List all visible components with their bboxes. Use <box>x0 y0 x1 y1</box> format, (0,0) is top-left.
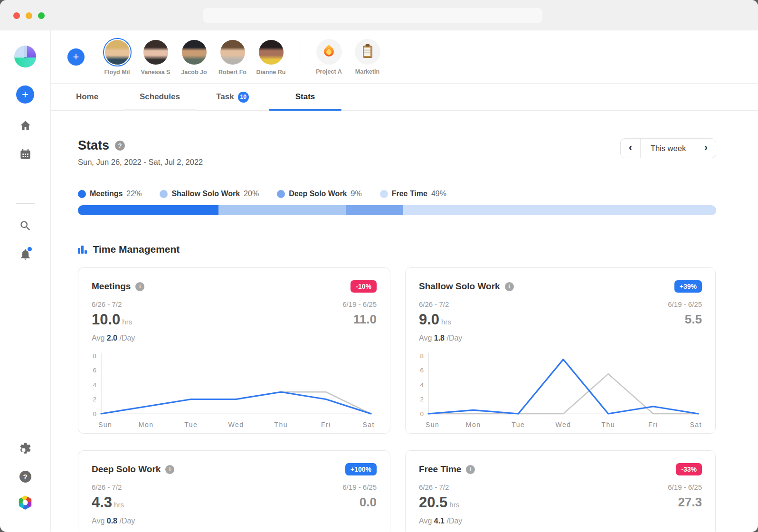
week-label[interactable]: This week <box>640 139 696 158</box>
svg-text:4: 4 <box>420 381 424 389</box>
legend-meetings: Meetings 22% <box>78 190 142 198</box>
tab-stats[interactable]: Stats <box>269 84 341 110</box>
member-vanessa[interactable]: Vanessa S <box>136 38 175 76</box>
info-icon[interactable]: i <box>165 465 174 474</box>
member-floyd[interactable]: Floyd Mil <box>98 38 136 76</box>
info-icon[interactable]: i <box>505 282 514 291</box>
previous-range: 6/19 - 6/25 <box>342 483 377 491</box>
previous-week-button[interactable]: ‹ <box>621 139 640 158</box>
member-robert[interactable]: Robert Fo <box>213 38 252 76</box>
distribution-segment <box>346 205 403 215</box>
project-a[interactable]: Project A <box>310 39 348 75</box>
distribution-segment <box>78 205 218 215</box>
previous-range: 6/19 - 6/25 <box>342 300 377 308</box>
svg-text:4: 4 <box>93 381 96 389</box>
time-distribution-bar <box>78 205 716 215</box>
svg-text:Fri: Fri <box>648 421 658 428</box>
previous-range: 6/19 - 6/25 <box>668 300 702 308</box>
svg-text:2: 2 <box>93 396 96 403</box>
legend-dot <box>78 190 86 198</box>
notifications-bell-icon[interactable] <box>19 247 32 261</box>
change-badge: -10% <box>351 280 377 293</box>
project-marketing[interactable]: Marketin <box>348 39 387 75</box>
settings-gear-icon[interactable] <box>19 441 32 455</box>
legend-free-time: Free Time 49% <box>380 190 446 198</box>
next-week-button[interactable]: › <box>696 139 716 158</box>
previous-range: 6/19 - 6/25 <box>668 483 702 491</box>
app-window: + <box>0 0 758 532</box>
calendar-icon[interactable] <box>19 147 32 161</box>
home-icon[interactable] <box>19 119 32 132</box>
address-bar[interactable] <box>203 8 542 23</box>
member-name: Robert Fo <box>218 69 246 76</box>
clipboard-icon <box>363 46 372 58</box>
member-name: Vanessa S <box>141 69 171 76</box>
svg-text:0: 0 <box>93 410 96 418</box>
legend-dot <box>160 190 168 198</box>
previous-value: 11.0 <box>342 312 377 327</box>
svg-text:6: 6 <box>420 367 424 374</box>
tab-schedules[interactable]: Schedules <box>123 84 196 110</box>
member-jacob[interactable]: Jacob Jo <box>175 38 213 76</box>
legend-dot <box>277 190 285 198</box>
time-legend: Meetings 22% Shallow Solo Work 20% Deep … <box>78 190 716 198</box>
tab-task[interactable]: Task 10 <box>196 84 269 110</box>
brand-wheel-icon[interactable] <box>18 495 32 510</box>
project-name: Project A <box>316 68 341 75</box>
svg-text:Sat: Sat <box>362 421 375 428</box>
notification-dot <box>27 247 32 252</box>
info-icon[interactable]: i <box>135 282 144 291</box>
titlebar <box>0 0 758 30</box>
stats-help-icon[interactable]: ? <box>115 141 125 151</box>
svg-text:Thu: Thu <box>274 421 288 428</box>
change-badge: -33% <box>676 463 702 475</box>
close-window-button[interactable] <box>13 12 20 19</box>
legend-shallow-solo-work: Shallow Solo Work 20% <box>160 190 259 198</box>
svg-text:Wed: Wed <box>555 421 571 428</box>
info-icon[interactable]: i <box>466 465 475 474</box>
avatar <box>220 40 245 65</box>
avatar <box>105 40 130 65</box>
window-controls <box>13 12 45 19</box>
zoom-window-button[interactable] <box>38 12 45 19</box>
sidebar-rail: + <box>0 30 51 532</box>
search-icon[interactable] <box>19 219 32 232</box>
week-navigator: ‹ This week › <box>620 138 716 158</box>
card-deep-solo-work: Deep Solo Work i +100% 6/26 - 7/2 4.3hrs… <box>78 450 390 532</box>
avatar <box>143 40 168 65</box>
stats-content: Stats ? Sun, Jun 26, 2022 - Sat, Jul 2, … <box>51 111 758 532</box>
people-row: + Floyd Mil Vanessa S Jacob Jo Robert Fo <box>51 30 758 84</box>
svg-text:Wed: Wed <box>228 421 244 428</box>
svg-text:2: 2 <box>420 396 424 403</box>
card-title: Shallow Solo Work <box>419 281 500 292</box>
svg-text:Mon: Mon <box>466 421 481 428</box>
card-title: Meetings <box>92 281 131 292</box>
svg-text:6: 6 <box>93 367 96 374</box>
app-logo-icon[interactable] <box>14 46 36 67</box>
help-icon[interactable]: ? <box>19 470 32 483</box>
add-member-button[interactable]: + <box>67 48 85 66</box>
section-title: Time Management <box>93 244 180 255</box>
svg-text:Sat: Sat <box>690 421 702 428</box>
legend-dot <box>380 190 388 198</box>
svg-text:0: 0 <box>420 410 424 418</box>
add-button[interactable]: + <box>16 86 34 104</box>
svg-text:Fri: Fri <box>321 421 331 428</box>
task-count-badge: 10 <box>238 92 249 103</box>
apps-grid-icon[interactable] <box>19 176 32 189</box>
change-badge: +39% <box>674 280 702 293</box>
member-dianne[interactable]: Dianne Ru <box>252 38 290 76</box>
shallow-solo-line-chart: 02468SunMonTueWedThuFriSat <box>419 350 705 430</box>
avatar <box>259 40 284 65</box>
minimize-window-button[interactable] <box>26 12 32 19</box>
card-title: Deep Solo Work <box>92 464 161 475</box>
tab-home[interactable]: Home <box>51 84 123 110</box>
meetings-line-chart: 02468SunMonTueWedThuFriSat <box>92 350 378 430</box>
stat-cards: Meetings i -10% 6/26 - 7/2 10.0hrs Avg 2… <box>78 267 716 532</box>
change-badge: +100% <box>345 463 377 475</box>
member-name: Jacob Jo <box>181 69 207 76</box>
member-name: Floyd Mil <box>104 69 130 76</box>
project-name: Marketin <box>355 68 379 75</box>
svg-text:8: 8 <box>93 352 96 360</box>
bar-chart-icon <box>78 246 87 254</box>
